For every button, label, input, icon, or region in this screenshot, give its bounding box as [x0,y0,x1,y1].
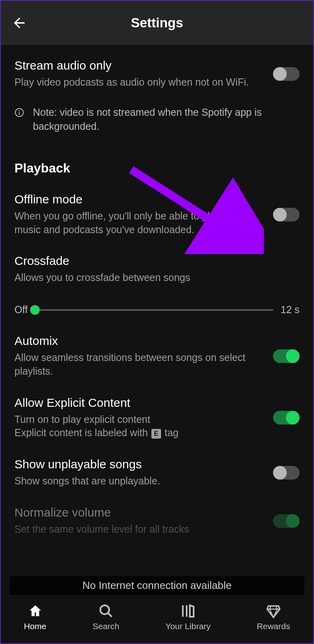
setting-desc: Play video podcasts as audio only when n… [14,76,261,89]
page-title: Settings [1,15,313,31]
info-note-row: Note: video is not streamed when the Spo… [14,93,300,137]
setting-desc: Show songs that are unplayable. [14,474,261,488]
crossfade-max-label: 12 s [281,304,300,316]
svg-line-5 [108,613,112,617]
explicit-desc-line2b: tag [162,427,179,438]
toast-no-internet: No Internet connection available [10,576,304,595]
setting-stream-audio-only[interactable]: Stream audio only Play video podcasts as… [14,45,300,93]
setting-title: Stream audio only [14,59,261,72]
setting-title: Crossfade [14,254,287,268]
explicit-tag-icon: E [151,429,161,439]
setting-title: Allow Explicit Content [14,396,261,410]
toggle-stream-audio-only[interactable] [273,67,300,81]
toggle-offline-mode[interactable] [273,208,300,222]
explicit-desc-line2a: Explicit content is labeled with [14,427,151,438]
header-bar: Settings [1,1,313,45]
setting-title: Show unplayable songs [14,457,261,471]
info-icon [14,108,24,117]
setting-title: Offline mode [14,193,261,206]
library-icon [180,603,196,619]
nav-label: Search [93,621,120,631]
nav-library[interactable]: Your Library [165,603,210,631]
crossfade-slider-thumb[interactable] [30,305,40,315]
nav-home[interactable]: Home [24,603,47,631]
setting-desc: Turn on to play explicit content Explici… [14,413,261,440]
search-icon [98,603,114,619]
setting-title: Normalize volume [14,506,261,519]
crossfade-slider-row: Off 12 s [14,285,300,320]
setting-crossfade: Crossfade Allows you to crossfade betwee… [14,240,300,285]
nav-label: Home [24,621,47,631]
svg-point-4 [100,605,109,614]
toggle-explicit-content[interactable] [273,411,300,425]
info-note-text: Note: video is not streamed when the Spo… [33,105,300,133]
setting-desc: Set the same volume level for all tracks [14,523,261,536]
crossfade-slider[interactable] [35,309,273,311]
bottom-nav: Home Search Your Library Rewards [1,595,313,643]
setting-automix[interactable]: Automix Allow seamless transitions betwe… [14,320,300,382]
setting-unplayable-songs[interactable]: Show unplayable songs Show songs that ar… [14,444,300,492]
setting-normalize-volume[interactable]: Normalize volume Set the same volume lev… [14,492,300,540]
setting-desc: When you go offline, you'll only be able… [14,209,261,237]
svg-rect-2 [19,112,20,115]
home-icon [27,603,43,619]
diamond-icon [265,603,281,619]
setting-offline-mode[interactable]: Offline mode When you go offline, you'll… [14,179,300,241]
setting-title: Automix [14,334,261,348]
toggle-unplayable-songs[interactable] [273,466,300,480]
back-button[interactable] [10,13,29,33]
nav-rewards[interactable]: Rewards [257,603,290,631]
nav-label: Rewards [257,621,290,631]
settings-content: Stream audio only Play video podcasts as… [1,45,313,540]
setting-desc: Allows you to crossfade between songs [14,271,287,285]
section-header-playback: Playback [14,137,300,179]
arrow-left-icon [11,15,27,31]
nav-search[interactable]: Search [93,603,120,631]
nav-label: Your Library [165,621,210,631]
crossfade-min-label: Off [14,304,28,316]
setting-explicit-content[interactable]: Allow Explicit Content Turn on to play e… [14,382,300,444]
toggle-normalize-volume[interactable] [273,514,300,528]
explicit-desc-line1: Turn on to play explicit content [14,414,150,425]
svg-point-1 [19,110,20,111]
setting-desc: Allow seamless transitions between songs… [14,351,261,378]
toggle-automix[interactable] [273,349,300,363]
